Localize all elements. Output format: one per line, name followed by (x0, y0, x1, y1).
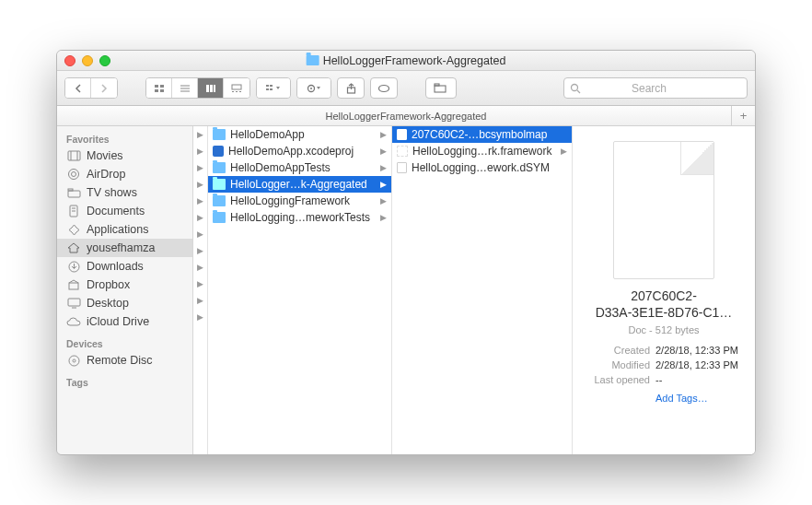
sidebar-item-tvshows[interactable]: TV shows (57, 183, 192, 202)
list-item[interactable]: HelloDemoApp.xcodeproj▶ (208, 143, 391, 159)
sidebar-item-home[interactable]: yousefhamza (57, 239, 192, 257)
sidebar-item-dropbox[interactable]: Dropbox (57, 276, 192, 294)
preview-filename: 207C60C2- D33A-3E1E-8D76-C1… (596, 288, 733, 321)
file-icon (397, 162, 407, 173)
pathbar: HelloLoggerFramework-Aggregated + (57, 106, 755, 126)
pathbar-title[interactable]: HelloLoggerFramework-Aggregated (326, 111, 487, 122)
svg-rect-16 (266, 88, 269, 90)
new-tab-button[interactable]: + (731, 106, 755, 125)
sidebar-item-applications[interactable]: Applications (57, 220, 192, 239)
share-button[interactable] (337, 77, 365, 99)
chevron-right-icon: ▶ (380, 180, 387, 189)
svg-point-40 (69, 356, 79, 366)
home-icon (66, 241, 81, 254)
preview-metadata: Created2/28/18, 12:33 PM Modified2/28/18… (584, 343, 744, 387)
list-item[interactable]: HelloLogging…rk.framework▶ (392, 143, 572, 159)
svg-rect-37 (69, 283, 78, 289)
sidebar-item-remote-disc[interactable]: Remote Disc (57, 351, 192, 370)
folder-icon (66, 186, 81, 199)
svg-point-19 (310, 88, 312, 89)
sidebar-item-documents[interactable]: Documents (57, 202, 192, 220)
column-view: ▶▶▶▶ ▶▶▶▶ ▶▶▶▶ HelloDemoApp▶ HelloDemoAp… (193, 126, 755, 454)
cloud-icon (66, 315, 81, 328)
desktop-icon (66, 297, 81, 310)
search-placeholder: Search (632, 82, 667, 95)
search-field[interactable]: Search (563, 77, 748, 99)
chevron-right-icon: ▶ (380, 213, 387, 222)
svg-point-21 (379, 85, 389, 91)
forward-button[interactable] (91, 78, 117, 98)
svg-rect-15 (270, 85, 273, 87)
window-title: HelloLoggerFramework-Aggregated (307, 54, 506, 67)
column-1[interactable]: HelloDemoApp▶ HelloDemoApp.xcodeproj▶ He… (208, 126, 392, 454)
icon-view-button[interactable] (146, 78, 172, 98)
list-item[interactable]: HelloDemoApp▶ (208, 126, 391, 143)
arrange-button[interactable] (257, 78, 290, 98)
window-title-text: HelloLoggerFramework-Aggregated (323, 54, 506, 67)
document-icon (66, 205, 81, 217)
sidebar-header-favorites: Favorites (57, 130, 192, 147)
arrange-group (256, 77, 291, 99)
search-icon (570, 83, 581, 94)
list-item[interactable]: HelloDemoAppTests▶ (208, 159, 391, 176)
sidebar: Favorites Movies AirDrop TV shows Docume… (57, 126, 193, 454)
minimize-icon[interactable] (82, 55, 93, 66)
svg-line-25 (577, 90, 580, 93)
svg-rect-12 (236, 91, 238, 92)
sidebar-item-downloads[interactable]: Downloads (57, 257, 192, 276)
list-item[interactable]: HelloLogging…meworkTests▶ (208, 209, 391, 226)
list-view-button[interactable] (172, 78, 198, 98)
svg-rect-17 (270, 88, 273, 90)
chevron-right-icon: ▶ (380, 196, 387, 206)
svg-rect-14 (266, 85, 269, 87)
list-item[interactable]: HelloLoggingFramework▶ (208, 193, 391, 209)
svg-rect-1 (160, 85, 164, 88)
body: Favorites Movies AirDrop TV shows Docume… (57, 126, 755, 454)
list-item[interactable]: HelloLogging…ework.dSYM (392, 159, 572, 176)
column-view-button[interactable] (198, 78, 224, 98)
download-icon (66, 260, 81, 273)
chevron-right-icon: ▶ (380, 147, 387, 156)
sidebar-item-desktop[interactable]: Desktop (57, 294, 192, 312)
back-button[interactable] (65, 78, 91, 98)
svg-rect-32 (68, 189, 73, 191)
svg-point-30 (72, 172, 76, 177)
action-button[interactable] (297, 78, 331, 98)
svg-point-29 (69, 170, 79, 180)
add-tags-button[interactable]: Add Tags… (584, 393, 744, 404)
list-item[interactable]: HelloLogger…k-Aggregated▶ (208, 176, 391, 193)
sidebar-item-movies[interactable]: Movies (57, 147, 192, 165)
toolbar: Search (57, 71, 755, 106)
film-icon (66, 149, 81, 162)
svg-rect-9 (214, 85, 215, 92)
close-icon[interactable] (64, 55, 75, 66)
new-folder-button[interactable] (425, 77, 457, 99)
svg-rect-26 (68, 151, 80, 160)
zoom-icon[interactable] (99, 55, 110, 66)
xcode-icon (213, 146, 224, 157)
action-group (296, 77, 331, 99)
list-item[interactable]: 207C60C2-…bcsymbolmap (392, 126, 572, 143)
folder-icon (213, 212, 226, 223)
folder-icon (213, 162, 226, 173)
preview-thumbnail[interactable] (613, 141, 714, 279)
nav-buttons (64, 77, 118, 99)
tags-button[interactable] (370, 77, 398, 99)
folder-icon (213, 129, 226, 140)
sidebar-item-airdrop[interactable]: AirDrop (57, 165, 192, 183)
svg-rect-23 (435, 84, 439, 86)
column-0: ▶▶▶▶ ▶▶▶▶ ▶▶▶▶ (193, 126, 208, 454)
svg-rect-8 (210, 85, 213, 92)
svg-rect-11 (232, 91, 234, 92)
sidebar-item-icloud[interactable]: iCloud Drive (57, 312, 192, 331)
svg-point-41 (73, 359, 75, 362)
column-2[interactable]: 207C60C2-…bcsymbolmap HelloLogging…rk.fr… (392, 126, 573, 454)
titlebar[interactable]: HelloLoggerFramework-Aggregated (57, 51, 755, 71)
disc-icon (66, 354, 81, 367)
svg-point-24 (572, 84, 578, 90)
framework-icon (397, 146, 408, 157)
chevron-right-icon: ▶ (380, 130, 387, 139)
svg-rect-3 (160, 89, 164, 92)
svg-rect-22 (435, 86, 446, 92)
gallery-view-button[interactable] (224, 78, 249, 98)
